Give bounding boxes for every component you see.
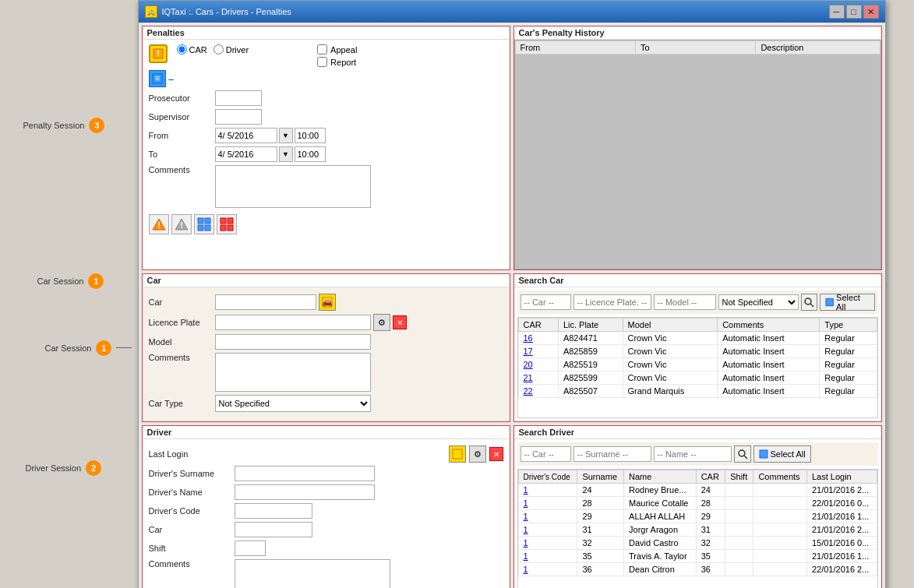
car-table-scroll[interactable]: CAR Lic. Plate Model Comments Type 16 A8…	[517, 317, 878, 418]
car-cell-car[interactable]: 22	[518, 385, 558, 398]
car-input[interactable]	[215, 294, 316, 310]
driver-search-surname-input[interactable]	[573, 446, 651, 462]
driver-col-code[interactable]: Driver's Code	[518, 470, 577, 484]
from-time-input[interactable]	[295, 128, 326, 143]
driver-search-car-input[interactable]	[521, 446, 571, 462]
car-table-col-car[interactable]: CAR	[518, 319, 558, 332]
car-search-model-input[interactable]	[654, 294, 716, 310]
supervisor-input[interactable]	[215, 109, 262, 125]
driver-select-all-btn[interactable]: Select All	[753, 445, 811, 463]
driver-comments-textarea[interactable]	[235, 559, 390, 588]
prosecutor-input[interactable]	[215, 90, 262, 106]
car-table-row[interactable]: 16 A824471 Crown Vic Automatic Insert Re…	[518, 332, 877, 345]
car-cell-car[interactable]: 21	[518, 371, 558, 385]
driver-table-row[interactable]: 1 32 David Castro 32 15/01/2016 0...	[518, 537, 877, 550]
car-search-car-input[interactable]	[521, 294, 571, 310]
comments-textarea[interactable]	[215, 165, 371, 208]
driver-table-row[interactable]: 1 36 Dean Citron 36 22/01/2016 2...	[518, 563, 877, 576]
model-input[interactable]	[215, 334, 371, 350]
car-table-row[interactable]: 21 A825599 Crown Vic Automatic Insert Re…	[518, 371, 877, 385]
driver-car-btn[interactable]	[449, 445, 466, 463]
radio-driver[interactable]	[214, 44, 224, 55]
licence-clear-btn[interactable]: ✕	[393, 315, 407, 329]
driver-code-input[interactable]	[235, 503, 312, 519]
penalties-title: Penalties	[143, 26, 510, 40]
car-comments-textarea[interactable]	[215, 353, 371, 392]
car-cell-car[interactable]: 17	[518, 345, 558, 358]
driver-cell-code[interactable]: 1	[518, 550, 577, 563]
driver-search-magnify-btn[interactable]	[734, 445, 751, 463]
driver-cell-code[interactable]: 1	[518, 537, 577, 550]
driver-cell-code[interactable]: 1	[518, 563, 577, 576]
grid-icon-btn[interactable]	[194, 214, 214, 234]
driver-col-shift[interactable]: Shift	[725, 470, 753, 484]
car-table-col-type[interactable]: Type	[820, 319, 877, 332]
penalties-icon-button[interactable]: !	[149, 44, 168, 63]
delete-icon-btn[interactable]	[217, 214, 237, 234]
report-checkbox-label[interactable]: Report	[317, 57, 357, 67]
licence-gear-btn[interactable]: ⚙	[373, 314, 390, 331]
radio-car-label[interactable]: CAR	[177, 44, 207, 55]
appeal-checkbox-label[interactable]: Appeal	[317, 44, 357, 55]
to-time-input[interactable]	[295, 146, 326, 162]
driver-search-name-input[interactable]	[654, 446, 732, 462]
driver-clear-btn[interactable]: ✕	[489, 447, 503, 461]
driver-cell-code[interactable]: 1	[518, 523, 577, 537]
driver-code-row: Driver's Code	[149, 503, 503, 519]
driver-gear-btn[interactable]: ⚙	[469, 445, 486, 463]
driver-table-row[interactable]: 1 35 Travis A. Taylor 35 21/01/2016 1...	[518, 550, 877, 563]
car-select-all-btn[interactable]: Select All	[820, 294, 875, 311]
radio-driver-label[interactable]: Driver	[214, 44, 249, 55]
car-search-status-select[interactable]: Not Specified Regular Van	[718, 294, 799, 310]
car-table-col-plate[interactable]: Lic. Plate	[558, 319, 623, 332]
driver-table-row[interactable]: 1 29 ALLAH ALLAH 29 21/01/2016 1...	[518, 510, 877, 523]
car-table-row[interactable]: 17 A825859 Crown Vic Automatic Insert Re…	[518, 345, 877, 358]
driver-col-name[interactable]: Name	[624, 470, 697, 484]
driver-table-row[interactable]: 1 31 Jorgr Aragon 31 21/01/2016 2...	[518, 523, 877, 537]
model-label: Model	[149, 337, 215, 347]
car-table-row[interactable]: 22 A825507 Grand Marquis Automatic Inser…	[518, 385, 877, 398]
close-button[interactable]: ✕	[863, 5, 879, 19]
car-cell-car[interactable]: 16	[518, 332, 558, 345]
history-col-from[interactable]: From	[515, 41, 635, 55]
grey-warning-btn[interactable]: !	[171, 214, 192, 234]
car-search-magnify-btn[interactable]	[801, 294, 817, 311]
from-date-input[interactable]	[215, 128, 277, 143]
licence-plate-row: Licence Plate ⚙ ✕	[149, 314, 503, 331]
driver-col-comments[interactable]: Comments	[753, 470, 807, 484]
to-date-picker-btn[interactable]: ▼	[279, 146, 293, 162]
licence-plate-input[interactable]	[215, 315, 371, 330]
car-cell-car[interactable]: 20	[518, 358, 558, 371]
blue-icon-button[interactable]: ≡	[149, 70, 166, 87]
car-type-select[interactable]: Not Specified Regular Van Luxury	[215, 395, 371, 412]
car-table-col-comments[interactable]: Comments	[718, 319, 820, 332]
appeal-checkbox[interactable]	[317, 44, 327, 55]
driver-car-input[interactable]	[235, 522, 312, 537]
driver-name-input[interactable]	[235, 484, 375, 500]
car-table-row[interactable]: 20 A825519 Crown Vic Automatic Insert Re…	[518, 358, 877, 371]
driver-col-last-login[interactable]: Last Login	[806, 470, 877, 484]
driver-cell-code[interactable]: 1	[518, 510, 577, 523]
driver-col-car[interactable]: CAR	[696, 470, 725, 484]
car-table-col-model[interactable]: Model	[623, 319, 718, 332]
driver-shift-input[interactable]	[235, 540, 266, 556]
driver-table-scroll[interactable]: Driver's Code Surname Name CAR Shift Com…	[517, 469, 878, 588]
car-search-btn[interactable]: 🚗	[319, 294, 336, 311]
driver-cell-code[interactable]: 1	[518, 497, 577, 510]
to-date-input[interactable]	[215, 146, 277, 162]
driver-table-row[interactable]: 1 24 Rodney Brue... 24 21/01/2016 2...	[518, 484, 877, 497]
minimize-button[interactable]: ─	[829, 5, 845, 19]
svg-text:🚗: 🚗	[322, 297, 333, 307]
warning-icon-btn[interactable]: !	[149, 214, 169, 234]
car-search-plate-input[interactable]	[573, 294, 651, 310]
driver-cell-code[interactable]: 1	[518, 484, 577, 497]
history-col-to[interactable]: To	[635, 41, 755, 55]
from-date-picker-btn[interactable]: ▼	[279, 128, 293, 143]
radio-car[interactable]	[177, 44, 187, 55]
driver-table-row[interactable]: 1 28 Maurice Cotalle 28 22/01/2016 0...	[518, 497, 877, 510]
driver-col-surname[interactable]: Surname	[577, 470, 624, 484]
report-checkbox[interactable]	[317, 57, 327, 67]
history-col-description[interactable]: Description	[756, 41, 880, 55]
maximize-button[interactable]: □	[846, 5, 862, 19]
driver-surname-input[interactable]	[235, 466, 375, 481]
